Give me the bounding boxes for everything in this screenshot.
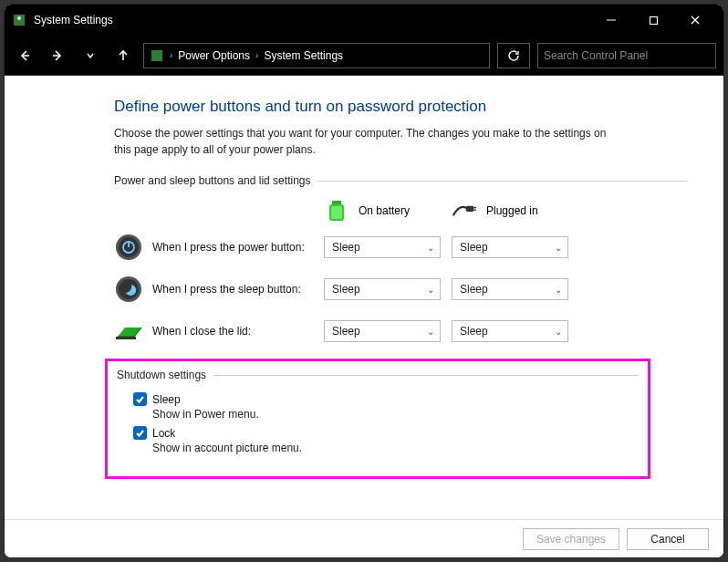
setting-row-sleep-button: When I press the sleep button: Sleep⌄ Sl…: [114, 275, 687, 304]
svg-rect-9: [151, 50, 162, 61]
recent-button[interactable]: [78, 43, 103, 68]
save-changes-button[interactable]: Save changes: [523, 528, 619, 550]
setting-row-power-button: When I press the power button: Sleep⌄ Sl…: [114, 233, 687, 262]
chevron-down-icon: ⌄: [427, 285, 434, 295]
checkbox-lock[interactable]: [133, 426, 147, 440]
shutdown-item-sleep: Sleep Show in Power menu.: [133, 392, 639, 421]
section-buttons-heading: Power and sleep buttons and lid settings: [114, 174, 687, 187]
page-title: Define power buttons and turn on passwor…: [114, 98, 687, 116]
dropdown-sleep-battery[interactable]: Sleep⌄: [324, 278, 441, 300]
app-window: System Settings: [4, 4, 724, 558]
titlebar: System Settings: [5, 5, 723, 36]
close-button[interactable]: [674, 5, 716, 36]
svg-point-1: [17, 16, 21, 20]
column-plugged-in: Plugged in: [452, 198, 579, 224]
shutdown-item-lock: Lock Show in account picture menu.: [133, 426, 639, 454]
chevron-down-icon: ⌄: [555, 285, 562, 295]
chevron-right-icon: ›: [255, 50, 258, 60]
plug-icon: [452, 198, 477, 224]
sleep-button-icon: [114, 275, 143, 304]
back-button[interactable]: [12, 43, 37, 68]
lid-icon: [114, 317, 143, 346]
breadcrumb-item-system-settings[interactable]: System Settings: [264, 49, 343, 62]
svg-rect-3: [650, 16, 657, 24]
cancel-button[interactable]: Cancel: [627, 528, 709, 550]
maximize-button[interactable]: [632, 5, 674, 36]
minimize-button[interactable]: [590, 5, 632, 36]
dropdown-power-battery[interactable]: Sleep⌄: [324, 236, 441, 258]
dropdown-sleep-plugged[interactable]: Sleep⌄: [452, 278, 568, 300]
columns-header: On battery Plugged in: [114, 198, 687, 224]
breadcrumb-icon: [150, 48, 164, 63]
content-area: Define power buttons and turn on passwor…: [5, 76, 723, 519]
page-description: Choose the power settings that you want …: [114, 125, 625, 158]
chevron-right-icon: ›: [170, 50, 172, 60]
up-button[interactable]: [110, 43, 136, 68]
svg-rect-22: [116, 337, 136, 339]
chevron-down-icon: ⌄: [427, 243, 434, 253]
chevron-down-icon: ⌄: [555, 327, 562, 337]
search-placeholder: Search Control Panel: [544, 49, 648, 62]
column-on-battery: On battery: [324, 198, 452, 224]
footer: Save changes Cancel: [5, 519, 723, 557]
power-button-icon: [114, 233, 143, 262]
toolbar: › Power Options › System Settings Search…: [5, 36, 723, 76]
battery-icon: [324, 198, 349, 224]
chevron-down-icon: ⌄: [555, 243, 562, 253]
app-icon: [12, 13, 26, 27]
svg-rect-12: [331, 206, 342, 219]
window-title: System Settings: [34, 14, 113, 26]
search-input[interactable]: Search Control Panel: [537, 43, 716, 68]
forward-button[interactable]: [45, 43, 70, 68]
svg-rect-13: [466, 206, 474, 212]
section-shutdown-heading: Shutdown settings: [117, 369, 639, 381]
checkbox-sleep[interactable]: [133, 392, 147, 406]
dropdown-lid-plugged[interactable]: Sleep⌄: [452, 320, 568, 342]
shutdown-settings-highlight: Shutdown settings Sleep Show in Power me…: [105, 359, 650, 479]
refresh-button[interactable]: [497, 43, 530, 68]
svg-rect-10: [332, 201, 341, 204]
breadcrumb-bar[interactable]: › Power Options › System Settings: [143, 43, 490, 68]
setting-row-close-lid: When I close the lid: Sleep⌄ Sleep⌄: [114, 317, 687, 346]
breadcrumb-item-power-options[interactable]: Power Options: [178, 49, 250, 62]
chevron-down-icon: ⌄: [427, 327, 434, 337]
dropdown-power-plugged[interactable]: Sleep⌄: [452, 236, 568, 258]
dropdown-lid-battery[interactable]: Sleep⌄: [324, 320, 441, 342]
